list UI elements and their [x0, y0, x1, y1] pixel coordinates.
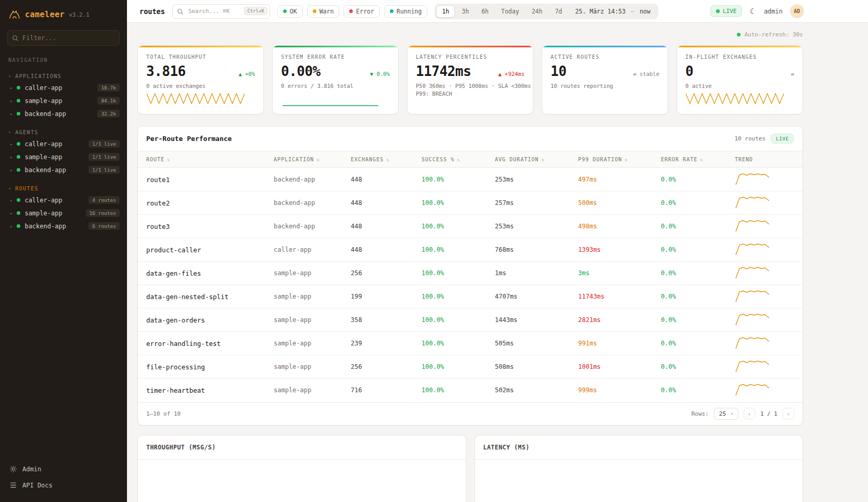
chevron-right-icon: ▸	[10, 155, 12, 160]
app-version: v3.2.1	[69, 11, 90, 18]
avatar[interactable]: AD	[790, 4, 804, 18]
sidebar-item-routes-backend-app[interactable]: ▸backend-app6 routes	[0, 220, 127, 233]
range-button-1h[interactable]: 1h	[436, 5, 455, 18]
sidebar-footer-admin[interactable]: Admin	[8, 461, 119, 477]
cell-p99-duration: 497ms	[570, 168, 653, 191]
sidebar-item-applications-sample-app[interactable]: ▸sample-app84.1k	[0, 94, 127, 107]
main-content: Auto-refresh: 30s TOTAL THROUGHPUT3.816▲…	[127, 23, 868, 502]
cell-trend	[726, 285, 802, 308]
column-header-avg-duration[interactable]: AVG DURATION⇅	[487, 151, 570, 168]
status-dot-icon	[349, 9, 353, 13]
cell-application: sample-app	[265, 285, 342, 308]
user-name[interactable]: admin	[764, 8, 783, 15]
count-badge: 4 routes	[88, 196, 120, 204]
sidebar-item-routes-sample-app[interactable]: ▸sample-app16 routes	[0, 207, 127, 220]
column-header-p99-duration[interactable]: P99 DURATION⇅	[570, 151, 653, 168]
route-row-route3[interactable]: route3backend-app448100.0%253ms498ms0.0%	[138, 215, 802, 238]
cell-trend	[726, 379, 802, 402]
column-header-application[interactable]: APPLICATION⇅	[265, 151, 342, 168]
route-row-timer-heartbeat[interactable]: timer-heartbeatsample-app716100.0%502ms9…	[138, 379, 802, 402]
sidebar-item-agents-caller-app[interactable]: ▸caller-app1/1 live	[0, 137, 127, 150]
cameleer-logo-icon	[8, 8, 21, 21]
table-footer: 1–10 of 10 Rows: 25 ▾ ‹ 1 / 1 ›	[138, 402, 802, 425]
chevron-down-icon: ▾	[8, 74, 11, 79]
cell-p99-duration: 991ms	[570, 332, 653, 355]
filter-chip-running[interactable]: Running	[384, 5, 427, 18]
sidebar-footer-api-docs[interactable]: API Docs	[8, 478, 119, 493]
trend-sparkline-icon	[735, 289, 772, 303]
cell-application: backend-app	[265, 215, 342, 238]
cell-trend	[726, 168, 802, 191]
filter-chip-ok[interactable]: OK	[277, 5, 303, 18]
kpi-card-total-throughput: TOTAL THROUGHPUT3.816▲ +0%0 active excha…	[137, 45, 264, 114]
column-header-route[interactable]: ROUTE⇅	[138, 151, 265, 168]
search-shortcut-badge: Ctrl+K	[244, 7, 267, 15]
sidebar-filter-input[interactable]	[7, 30, 120, 46]
chevron-down-icon: ▾	[8, 130, 11, 135]
logo[interactable]: cameleer v3.2.1	[0, 0, 127, 25]
trend-sparkline-icon	[735, 382, 772, 397]
route-row-error-handling-test[interactable]: error-handling-testsample-app239100.0%50…	[138, 332, 802, 355]
next-page-button[interactable]: ›	[783, 408, 794, 419]
sidebar-item-agents-backend-app[interactable]: ▸backend-app1/1 live	[0, 163, 127, 176]
sidebar-item-agents-sample-app[interactable]: ▸sample-app1/1 live	[0, 150, 127, 163]
kpi-label: IN-FLIGHT EXCHANGES	[685, 54, 794, 60]
route-row-data-gen-orders[interactable]: data-gen-orderssample-app358100.0%1443ms…	[138, 308, 802, 332]
sidebar-footer: AdminAPI Docs	[0, 456, 127, 502]
cell-route: timer-heartbeat	[138, 379, 265, 402]
column-header-error-rate[interactable]: ERROR RATE⇅	[653, 151, 726, 168]
chart-title: LATENCY (MS)	[475, 435, 803, 460]
cell-exchanges: 358	[342, 308, 413, 332]
cell-avg-duration: 257ms	[487, 191, 570, 215]
sidebar-item-applications-backend-app[interactable]: ▸backend-app32.2k	[0, 107, 127, 120]
cell-exchanges: 448	[342, 191, 413, 215]
count-badge: 6 routes	[88, 222, 120, 230]
count-badge: 32.2k	[97, 110, 120, 118]
table-body: route1backend-app448100.0%253ms497ms0.0%…	[138, 168, 802, 402]
route-row-route2[interactable]: route2backend-app448100.0%257ms500ms0.0%	[138, 191, 802, 215]
trend-sparkline-icon	[735, 359, 772, 374]
cell-error-rate: 0.0%	[653, 238, 726, 262]
range-button-today[interactable]: Today	[495, 5, 525, 18]
theme-toggle-moon-icon[interactable]: ☾	[749, 7, 756, 16]
route-row-route1[interactable]: route1backend-app448100.0%253ms497ms0.0%	[138, 168, 802, 191]
sidebar-section-agents[interactable]: ▾AGENTS	[0, 127, 127, 137]
route-row-product-caller[interactable]: product-callercaller-app448100.0%768ms13…	[138, 238, 802, 262]
sidebar-section-applications[interactable]: ▾APPLICATIONS	[0, 71, 127, 81]
cell-success: 100.0%	[413, 332, 487, 355]
sidebar-item-applications-caller-app[interactable]: ▸caller-app10.7k	[0, 81, 127, 94]
column-header-trend[interactable]: TREND	[726, 151, 802, 168]
date-separator: —	[631, 8, 634, 15]
range-button-6h[interactable]: 6h	[476, 5, 494, 18]
range-button-7d[interactable]: 7d	[549, 5, 568, 18]
kpi-label: TOTAL THROUGHPUT	[146, 54, 255, 60]
kpi-delta: ⇌	[791, 71, 794, 77]
range-button-24h[interactable]: 24h	[526, 5, 548, 18]
rows-per-page-value: 25	[719, 410, 726, 417]
column-header-success[interactable]: SUCCESS %⇅	[413, 151, 487, 168]
cell-p99-duration: 1001ms	[570, 355, 653, 379]
cell-application: sample-app	[265, 355, 342, 379]
route-row-file-processing[interactable]: file-processingsample-app256100.0%508ms1…	[138, 355, 802, 379]
kpi-card-latency-percentiles: LATENCY PERCENTILES11742ms▲ +924msP50 36…	[407, 45, 533, 114]
rows-per-page-select[interactable]: 25 ▾	[714, 408, 738, 420]
filter-chip-warn[interactable]: Warn	[307, 5, 340, 18]
live-indicator[interactable]: LIVE	[710, 5, 743, 17]
range-buttons: 1h3h6hToday24h7d	[436, 5, 568, 18]
sidebar-section-routes[interactable]: ▾ROUTES	[0, 184, 127, 194]
status-dot-icon	[283, 9, 287, 13]
status-dot-icon	[17, 112, 20, 115]
route-row-data-gen-files[interactable]: data-gen-filessample-app256100.0%1ms3ms0…	[138, 262, 802, 285]
kpi-card-system-error-rate: SYSTEM ERROR RATE0.00%▼ 0.0%0 errors / 3…	[272, 45, 399, 114]
range-button-3h[interactable]: 3h	[456, 5, 475, 18]
app-name: cameleer	[25, 10, 65, 19]
column-header-exchanges[interactable]: EXCHANGES⇅	[342, 151, 413, 168]
cell-exchanges: 256	[342, 262, 413, 285]
date-range[interactable]: 25. März 14:53 — now	[569, 8, 657, 15]
charts-row: THROUGHPUT (MSG/S)LATENCY (MS)	[137, 435, 803, 502]
sidebar-item-routes-caller-app[interactable]: ▸caller-app4 routes	[0, 194, 127, 207]
prev-page-button[interactable]: ‹	[744, 408, 755, 419]
route-row-data-gen-nested-split[interactable]: data-gen-nested-splitsample-app199100.0%…	[138, 285, 802, 308]
cell-route: data-gen-files	[138, 262, 265, 285]
filter-chip-error[interactable]: Error	[343, 5, 380, 18]
